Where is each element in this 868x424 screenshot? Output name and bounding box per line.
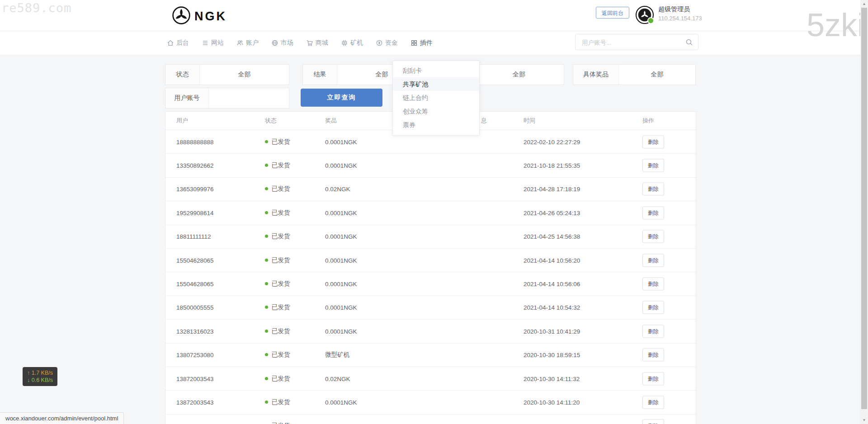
cell-prize: 0.0001NGK [325, 233, 357, 240]
dropdown-item[interactable]: 票券 [393, 118, 479, 132]
delete-button[interactable]: 删除 [642, 230, 664, 243]
delete-button[interactable]: 删除 [642, 396, 664, 409]
results-table: 用户 状态 奖品 息 时间 操作 18888888888 已发货 0.0001N… [165, 111, 696, 424]
delete-button[interactable]: 删除 [642, 419, 664, 424]
delete-button[interactable]: 删除 [642, 349, 664, 362]
cell-user: 18500005555 [176, 304, 214, 311]
cell-status: 已发货 [265, 280, 290, 288]
nav-item-users[interactable]: 账户 [236, 39, 259, 47]
nav-item-list[interactable]: 网站 [202, 39, 224, 47]
vertical-scrollbar[interactable]: ▲ ▼ [860, 0, 868, 424]
nav-item-grid[interactable]: 插件 [410, 39, 433, 47]
user-avatar[interactable] [636, 6, 654, 24]
cell-status: 已发货 [265, 138, 290, 146]
dropdown-item[interactable]: 创业众筹 [393, 104, 479, 118]
filter-label: 结果 [303, 65, 337, 85]
nav-item-label: 插件 [420, 39, 433, 47]
download-speed: ↓ 0.6 KB/s [27, 377, 53, 384]
cell-user: 18888888888 [176, 138, 214, 145]
delete-button[interactable]: 删除 [642, 325, 664, 338]
cell-status: 已发货 [265, 375, 290, 383]
cell-action: 删除 [642, 230, 664, 243]
delete-button[interactable]: 删除 [642, 206, 664, 219]
nav-item-label: 后台 [176, 39, 189, 47]
table-row: 18811111112 已发货 0.0001NGK 2021-04-25 14:… [165, 225, 696, 249]
cell-user: 13281316023 [176, 328, 214, 334]
table-row: 15504628065 已发货 0.0001NGK 2021-04-14 10:… [165, 272, 696, 296]
query-button[interactable]: 立即查询 [301, 89, 382, 107]
cell-prize: 0.0001NGK [325, 257, 357, 264]
nav-item-cart[interactable]: 商城 [306, 39, 328, 47]
cell-status: 已发货 [265, 161, 290, 170]
scrollbar-down-arrow-icon[interactable]: ▼ [860, 416, 868, 424]
filter-label: 状态 [165, 65, 200, 85]
cell-action: 删除 [642, 254, 664, 267]
delete-button[interactable]: 删除 [642, 254, 664, 267]
nav-item-label: 矿机 [350, 39, 363, 47]
delivered-dot-icon [265, 330, 268, 333]
cell-prize: 0.0001NGK [325, 304, 357, 311]
chip-icon [341, 39, 348, 47]
account-label: 用户账号 [165, 88, 209, 108]
delivered-dot-icon [265, 353, 268, 356]
delete-button[interactable]: 删除 [642, 183, 664, 196]
home-icon [167, 39, 174, 47]
back-to-front-button[interactable]: 返回前台 [596, 7, 629, 19]
scrollbar-thumb[interactable] [861, 8, 867, 409]
table-row: 18500005555 已发货 0.0001NGK 2021-04-14 10:… [165, 296, 696, 320]
cell-time: 2021-04-26 05:24:13 [524, 209, 580, 216]
delete-button[interactable]: 删除 [642, 372, 664, 385]
nav-item-label: 网站 [211, 39, 224, 47]
search-icon[interactable] [685, 38, 693, 48]
cell-user: 19529908614 [176, 209, 214, 216]
upload-speed: ↑ 1.7 KB/s [27, 369, 53, 377]
account-input[interactable] [209, 88, 289, 108]
ngk-logo-icon [172, 6, 191, 27]
delete-button[interactable]: 删除 [642, 135, 664, 148]
table-row: 13872003543 已发货 0.0001NGK 2020-10-30 14:… [165, 391, 696, 414]
account-filter-box: 用户账号 [165, 88, 289, 108]
cell-prize: 0.0001NGK [325, 209, 357, 216]
nav-item-home[interactable]: 后台 [167, 39, 189, 47]
table-body: 18888888888 已发货 0.0001NGK 2022-02-10 22:… [165, 130, 696, 424]
filter-prize-select[interactable]: 具体奖品 全部 [573, 64, 696, 85]
nav-items: 后台 网站 账户 市场 商城 矿机 资金 插件 [167, 31, 433, 55]
search-input[interactable] [581, 34, 682, 51]
filter-status-select[interactable]: 状态 全部 [165, 64, 289, 85]
cell-user: 15504628065 [176, 281, 214, 287]
cell-action: 删除 [642, 372, 664, 385]
filter-value: 全部 [200, 65, 289, 85]
delivered-dot-icon [265, 187, 268, 190]
table-row: 19529908614 已发货 0.0001NGK 2021-04-26 05:… [165, 201, 696, 225]
nav-item-chip[interactable]: 矿机 [341, 39, 363, 47]
nav-item-globe[interactable]: 市场 [271, 39, 293, 47]
top-header: NGK 返回前台 超级管理员 110.254.154.173 [0, 0, 868, 31]
cell-status: 已发货 [265, 398, 290, 406]
dropdown-item[interactable]: 链上合约 [393, 91, 479, 104]
cell-action: 删除 [642, 325, 664, 338]
cell-prize: 0.0001NGK [325, 328, 357, 334]
nav-item-label: 商城 [316, 39, 328, 47]
cell-prize: 0.0001NGK [325, 281, 357, 287]
dropdown-item[interactable]: 刮刮卡 [393, 64, 479, 77]
delivered-dot-icon [265, 164, 268, 167]
cell-action: 删除 [642, 183, 664, 196]
delete-button[interactable]: 删除 [642, 301, 664, 314]
nav-item-label: 资金 [385, 39, 398, 47]
cell-time: 2020-10-30 18:59:15 [524, 352, 580, 358]
nav-item-coin[interactable]: 资金 [376, 39, 398, 47]
cell-time: 2022-02-10 22:27:29 [524, 138, 580, 145]
dropdown-item[interactable]: 共享矿池 [393, 77, 479, 91]
cell-status: 已发货 [265, 209, 290, 217]
delete-button[interactable]: 删除 [642, 278, 664, 291]
cell-prize: 0.0001NGK [325, 162, 357, 169]
cell-user: 18811111112 [176, 233, 211, 240]
nav-item-label: 账户 [246, 39, 259, 47]
delivered-dot-icon [265, 140, 268, 143]
delete-button[interactable]: 删除 [642, 159, 664, 172]
status-bar: woce.xiandouer.com/admin/event/pool.html [0, 412, 124, 424]
cell-user: 13653099976 [176, 186, 214, 193]
scrollbar-up-arrow-icon[interactable]: ▲ [860, 0, 868, 8]
table-row: 13872003543 已发货 0.01NGK 2020-10-30 14:11… [165, 415, 696, 424]
cart-icon [306, 39, 313, 47]
